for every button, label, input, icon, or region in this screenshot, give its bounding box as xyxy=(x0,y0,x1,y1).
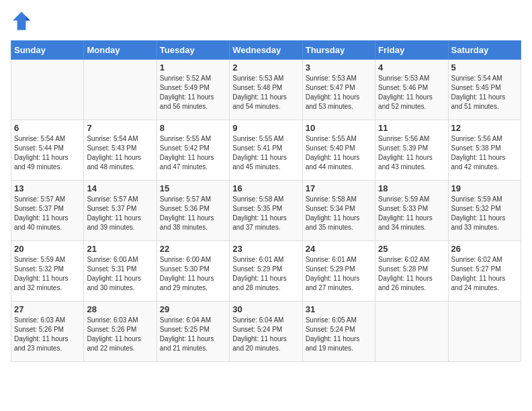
day-cell: 6Sunrise: 5:54 AM Sunset: 5:44 PM Daylig… xyxy=(11,120,84,181)
day-info: Sunrise: 5:53 AM Sunset: 5:47 PM Dayligh… xyxy=(306,74,372,111)
day-info: Sunrise: 5:52 AM Sunset: 5:49 PM Dayligh… xyxy=(160,74,226,111)
week-row-3: 13Sunrise: 5:57 AM Sunset: 5:37 PM Dayli… xyxy=(11,181,521,241)
day-number: 7 xyxy=(87,123,153,133)
day-cell: 21Sunrise: 6:00 AM Sunset: 5:31 PM Dayli… xyxy=(84,241,157,302)
day-cell: 25Sunrise: 6:02 AM Sunset: 5:28 PM Dayli… xyxy=(375,241,448,302)
svg-marker-1 xyxy=(26,16,30,20)
day-cell: 10Sunrise: 5:55 AM Sunset: 5:40 PM Dayli… xyxy=(302,120,375,181)
day-info: Sunrise: 6:02 AM Sunset: 5:28 PM Dayligh… xyxy=(378,255,445,293)
day-number: 12 xyxy=(451,123,518,133)
day-cell: 9Sunrise: 5:55 AM Sunset: 5:41 PM Daylig… xyxy=(230,120,302,181)
day-number: 9 xyxy=(232,123,299,133)
day-number: 6 xyxy=(14,123,81,133)
day-cell: 23Sunrise: 6:01 AM Sunset: 5:29 PM Dayli… xyxy=(230,241,302,302)
week-row-4: 20Sunrise: 5:59 AM Sunset: 5:32 PM Dayli… xyxy=(11,241,521,302)
day-number: 2 xyxy=(232,62,299,73)
day-cell: 13Sunrise: 5:57 AM Sunset: 5:37 PM Dayli… xyxy=(11,181,84,241)
day-cell: 20Sunrise: 5:59 AM Sunset: 5:32 PM Dayli… xyxy=(11,241,84,302)
week-row-1: 1Sunrise: 5:52 AM Sunset: 5:49 PM Daylig… xyxy=(11,60,521,120)
day-info: Sunrise: 6:04 AM Sunset: 5:25 PM Dayligh… xyxy=(160,316,226,353)
day-number: 4 xyxy=(378,62,445,73)
day-info: Sunrise: 6:01 AM Sunset: 5:29 PM Dayligh… xyxy=(232,255,299,293)
day-cell: 15Sunrise: 5:57 AM Sunset: 5:36 PM Dayli… xyxy=(157,181,229,241)
day-info: Sunrise: 6:03 AM Sunset: 5:26 PM Dayligh… xyxy=(14,316,81,353)
day-cell: 19Sunrise: 5:59 AM Sunset: 5:32 PM Dayli… xyxy=(448,181,521,241)
day-info: Sunrise: 5:58 AM Sunset: 5:34 PM Dayligh… xyxy=(306,195,372,232)
day-info: Sunrise: 6:00 AM Sunset: 5:31 PM Dayligh… xyxy=(87,255,153,293)
day-number: 23 xyxy=(232,244,299,254)
day-number: 24 xyxy=(306,244,372,254)
day-info: Sunrise: 5:57 AM Sunset: 5:37 PM Dayligh… xyxy=(14,195,81,232)
header-cell-wednesday: Wednesday xyxy=(230,41,302,60)
day-cell: 16Sunrise: 5:58 AM Sunset: 5:35 PM Dayli… xyxy=(230,181,302,241)
day-cell: 31Sunrise: 6:05 AM Sunset: 5:24 PM Dayli… xyxy=(302,302,375,362)
day-cell xyxy=(375,302,448,362)
day-number: 5 xyxy=(451,62,518,73)
day-cell: 29Sunrise: 6:04 AM Sunset: 5:25 PM Dayli… xyxy=(157,302,229,362)
header-cell-monday: Monday xyxy=(84,41,157,60)
day-number: 19 xyxy=(451,183,518,193)
day-number: 20 xyxy=(14,244,81,254)
day-cell: 22Sunrise: 6:00 AM Sunset: 5:30 PM Dayli… xyxy=(157,241,229,302)
day-info: Sunrise: 5:56 AM Sunset: 5:39 PM Dayligh… xyxy=(378,134,445,172)
day-cell xyxy=(84,60,157,120)
week-row-2: 6Sunrise: 5:54 AM Sunset: 5:44 PM Daylig… xyxy=(11,120,521,181)
day-info: Sunrise: 5:59 AM Sunset: 5:32 PM Dayligh… xyxy=(14,255,81,293)
day-number: 26 xyxy=(451,244,518,254)
day-cell: 12Sunrise: 5:56 AM Sunset: 5:38 PM Dayli… xyxy=(448,120,521,181)
day-number: 21 xyxy=(87,244,153,254)
day-cell xyxy=(448,302,521,362)
day-info: Sunrise: 5:54 AM Sunset: 5:45 PM Dayligh… xyxy=(451,74,518,111)
day-number: 14 xyxy=(87,183,153,193)
day-info: Sunrise: 5:59 AM Sunset: 5:33 PM Dayligh… xyxy=(378,195,445,232)
day-info: Sunrise: 5:53 AM Sunset: 5:46 PM Dayligh… xyxy=(378,74,445,111)
day-cell: 24Sunrise: 6:01 AM Sunset: 5:29 PM Dayli… xyxy=(302,241,375,302)
day-cell: 11Sunrise: 5:56 AM Sunset: 5:39 PM Dayli… xyxy=(375,120,448,181)
day-cell: 4Sunrise: 5:53 AM Sunset: 5:46 PM Daylig… xyxy=(375,60,448,120)
day-info: Sunrise: 5:58 AM Sunset: 5:35 PM Dayligh… xyxy=(232,195,299,232)
calendar-table: SundayMondayTuesdayWednesdayThursdayFrid… xyxy=(11,40,521,362)
header-cell-thursday: Thursday xyxy=(302,41,375,60)
day-info: Sunrise: 6:01 AM Sunset: 5:29 PM Dayligh… xyxy=(306,255,372,293)
day-cell: 3Sunrise: 5:53 AM Sunset: 5:47 PM Daylig… xyxy=(302,60,375,120)
day-number: 27 xyxy=(14,304,81,314)
day-number: 11 xyxy=(378,123,445,133)
day-number: 31 xyxy=(306,304,372,314)
day-info: Sunrise: 6:00 AM Sunset: 5:30 PM Dayligh… xyxy=(160,255,226,293)
day-number: 30 xyxy=(232,304,299,314)
svg-marker-0 xyxy=(13,12,30,30)
header-cell-friday: Friday xyxy=(375,41,448,60)
page-header xyxy=(11,11,521,32)
day-number: 1 xyxy=(160,62,226,73)
day-info: Sunrise: 5:57 AM Sunset: 5:36 PM Dayligh… xyxy=(160,195,226,232)
day-info: Sunrise: 6:05 AM Sunset: 5:24 PM Dayligh… xyxy=(306,316,372,353)
day-info: Sunrise: 5:54 AM Sunset: 5:43 PM Dayligh… xyxy=(87,134,153,172)
day-info: Sunrise: 5:54 AM Sunset: 5:44 PM Dayligh… xyxy=(14,134,81,172)
day-cell: 27Sunrise: 6:03 AM Sunset: 5:26 PM Dayli… xyxy=(11,302,84,362)
day-info: Sunrise: 5:57 AM Sunset: 5:37 PM Dayligh… xyxy=(87,195,153,232)
day-number: 15 xyxy=(160,183,226,193)
header-row: SundayMondayTuesdayWednesdayThursdayFrid… xyxy=(11,41,521,60)
day-cell: 17Sunrise: 5:58 AM Sunset: 5:34 PM Dayli… xyxy=(302,181,375,241)
day-info: Sunrise: 5:56 AM Sunset: 5:38 PM Dayligh… xyxy=(451,134,518,172)
calendar-header: SundayMondayTuesdayWednesdayThursdayFrid… xyxy=(11,41,521,60)
day-number: 10 xyxy=(306,123,372,133)
logo-icon xyxy=(11,11,32,32)
day-cell: 14Sunrise: 5:57 AM Sunset: 5:37 PM Dayli… xyxy=(84,181,157,241)
header-cell-tuesday: Tuesday xyxy=(157,41,229,60)
day-number: 17 xyxy=(306,183,372,193)
day-cell: 7Sunrise: 5:54 AM Sunset: 5:43 PM Daylig… xyxy=(84,120,157,181)
day-cell: 30Sunrise: 6:04 AM Sunset: 5:24 PM Dayli… xyxy=(230,302,302,362)
day-cell: 2Sunrise: 5:53 AM Sunset: 5:48 PM Daylig… xyxy=(230,60,302,120)
logo xyxy=(11,11,35,32)
day-number: 18 xyxy=(378,183,445,193)
day-number: 3 xyxy=(306,62,372,73)
day-number: 8 xyxy=(160,123,226,133)
day-cell: 26Sunrise: 6:02 AM Sunset: 5:27 PM Dayli… xyxy=(448,241,521,302)
day-cell: 18Sunrise: 5:59 AM Sunset: 5:33 PM Dayli… xyxy=(375,181,448,241)
day-cell: 8Sunrise: 5:55 AM Sunset: 5:42 PM Daylig… xyxy=(157,120,229,181)
day-info: Sunrise: 5:55 AM Sunset: 5:41 PM Dayligh… xyxy=(232,134,299,172)
week-row-5: 27Sunrise: 6:03 AM Sunset: 5:26 PM Dayli… xyxy=(11,302,521,362)
calendar-body: 1Sunrise: 5:52 AM Sunset: 5:49 PM Daylig… xyxy=(11,60,521,362)
day-info: Sunrise: 6:02 AM Sunset: 5:27 PM Dayligh… xyxy=(451,255,518,293)
